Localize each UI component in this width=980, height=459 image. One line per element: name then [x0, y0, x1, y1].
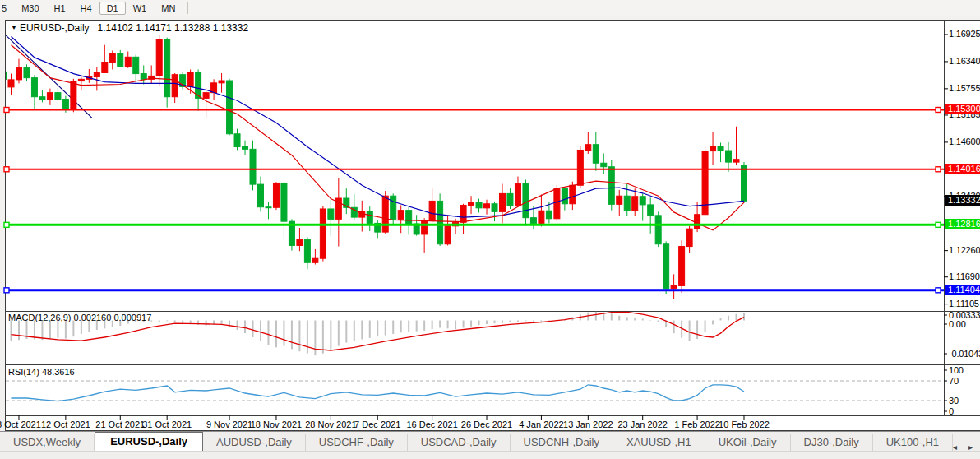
- symbol-tab-USDCNH-Daily[interactable]: USDCNH-,Daily: [511, 434, 613, 452]
- hline-handle[interactable]: [936, 288, 941, 293]
- rsi-axis-label[interactable]: 30: [949, 396, 959, 406]
- macd-axis-label[interactable]: 0.00: [949, 319, 966, 329]
- price-axis-tick[interactable]: 1.15755: [949, 83, 980, 93]
- chart-title: ▼EURUSD-,Daily1.14102 1.14171 1.13288 1.…: [11, 22, 248, 34]
- rsi-axis-label[interactable]: 100: [949, 365, 964, 375]
- macd-axis-label[interactable]: -0.010439: [949, 349, 980, 359]
- date-axis-label[interactable]: 10 Feb 2022: [707, 420, 781, 429]
- symbol-tab-USDCAD-Daily[interactable]: USDCAD-,Daily: [408, 434, 511, 452]
- symbol-tab-AUDUSD-Daily[interactable]: AUDUSD-,Daily: [203, 434, 306, 452]
- price-axis-tick[interactable]: 1.11105: [949, 299, 979, 308]
- symbol-tab-XAUUSD-H1[interactable]: XAUUSD-,H1: [613, 434, 705, 452]
- symbol-tab-DJ30-Daily[interactable]: DJ30-,Daily: [791, 434, 873, 452]
- symbol-tab-USDCHF-Daily[interactable]: USDCHF-,Daily: [306, 434, 408, 452]
- hline-handle[interactable]: [936, 222, 941, 227]
- ohlc-values: 1.14102 1.14171 1.13288 1.13332: [98, 22, 249, 34]
- trading-app-window: 5M30H1H4D1W1MN ▼EURUSD-,Daily1.14102 1.1…: [0, 0, 980, 459]
- rsi-axis-label[interactable]: 0: [949, 406, 954, 416]
- hline-handle[interactable]: [936, 167, 941, 172]
- hline-price-label: 1.14016: [945, 164, 980, 174]
- symbol-tab-UKOil-Daily[interactable]: UKOil-,Daily: [705, 434, 791, 452]
- price-axis-tick[interactable]: 1.16340: [949, 56, 980, 66]
- hline-handle[interactable]: [4, 222, 9, 227]
- hline-price-label: 1.15300: [945, 104, 980, 114]
- symbol-dropdown-icon[interactable]: ▼: [11, 24, 17, 31]
- rsi-axis-label[interactable]: 70: [949, 376, 959, 386]
- chart-symbol-label: EURUSD-,Daily: [20, 22, 90, 34]
- hline-handle[interactable]: [4, 107, 9, 112]
- macd-indicator-label: MACD(12,26,9) 0.002160 0.000917: [8, 313, 151, 322]
- rsi-indicator-label: RSI(14) 48.3616: [8, 367, 75, 377]
- price-axis-tick[interactable]: 1.16925: [949, 29, 980, 39]
- hline-price-label: 1.11404: [945, 285, 980, 295]
- status-bar: [0, 451, 980, 459]
- hline-handle[interactable]: [936, 107, 941, 112]
- price-axis-tick[interactable]: 1.14600: [949, 137, 980, 146]
- hline-handle[interactable]: [4, 288, 9, 293]
- symbol-tab-EURUSD-Daily[interactable]: EURUSD-,Daily: [95, 432, 203, 452]
- symbol-tab-USDX-Weekly[interactable]: USDX,Weekly: [0, 434, 95, 452]
- price-axis-tick[interactable]: 1.11690: [949, 271, 980, 281]
- chart-canvas[interactable]: [0, 0, 980, 459]
- symbol-tab-UK100-H1[interactable]: UK100-,H1: [873, 434, 953, 452]
- hline-handle[interactable]: [4, 167, 9, 172]
- symbol-tab-bar: USDX,WeeklyEURUSD-,DailyAUDUSD-,DailyUSD…: [0, 431, 980, 452]
- hline-price-label: 1.12816: [945, 219, 980, 230]
- current-price-label: 1.13332: [945, 195, 980, 206]
- price-axis-tick[interactable]: 1.12260: [949, 245, 980, 255]
